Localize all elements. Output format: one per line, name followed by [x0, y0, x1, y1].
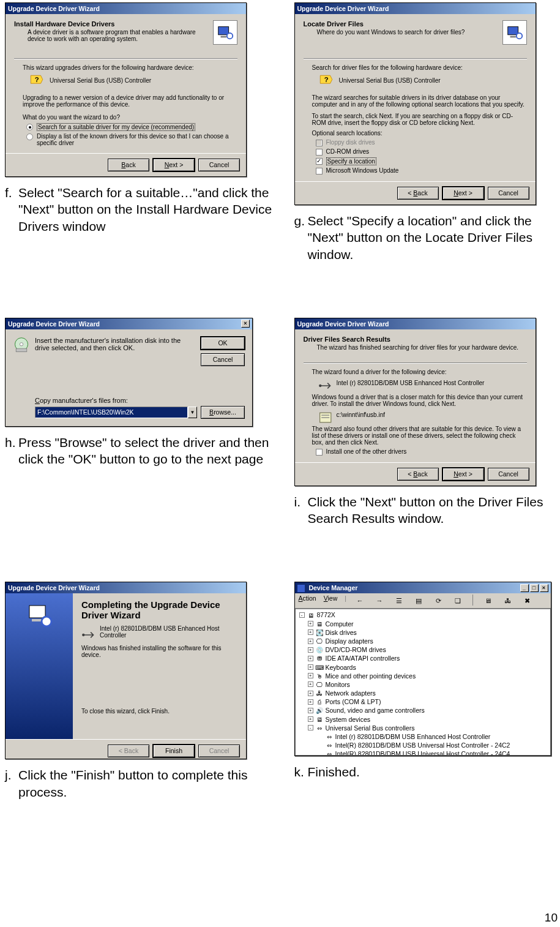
tree-item[interactable]: +🖵Monitors: [297, 680, 549, 689]
tree-item-usb[interactable]: -⇔Universal Serial Bus controllers: [297, 724, 549, 732]
text: Search for driver files for the followin…: [312, 64, 527, 71]
tree-item[interactable]: +🖧Network adapters: [297, 689, 549, 697]
toolbar-btn[interactable]: 🖥: [482, 595, 494, 607]
tree-item[interactable]: +⛃IDE ATA/ATAPI controllers: [297, 654, 549, 662]
back-button[interactable]: Back: [108, 159, 149, 171]
ok-button[interactable]: OK: [201, 337, 245, 350]
toolbar-refresh-icon[interactable]: ⟳: [432, 595, 444, 607]
next-button[interactable]: Next >: [442, 187, 484, 200]
device-tree[interactable]: -🖥8772X +🖥Computer +💽Disk drives +🖵Displ…: [295, 609, 551, 756]
tree-root[interactable]: -🖥8772X: [297, 610, 549, 619]
menu-view[interactable]: View: [324, 595, 338, 607]
window-title: Upgrade Device Driver Wizard: [8, 5, 100, 12]
toolbar-btn[interactable]: ▤: [413, 595, 425, 607]
svg-point-2: [227, 33, 233, 39]
close-icon[interactable]: ×: [241, 320, 250, 328]
toolbar-btn[interactable]: ❏: [452, 595, 464, 607]
device-name: Universal Serial Bus (USB) Controller: [50, 73, 151, 84]
tree-item[interactable]: +🖥Computer: [297, 620, 549, 628]
titlebar: Upgrade Device Driver Wizard: [6, 3, 246, 14]
svg-rect-10: [16, 348, 27, 351]
window-title: Upgrade Device Driver Wizard: [297, 320, 389, 328]
caption-k: k. Finished.: [294, 764, 561, 780]
svg-text:?: ?: [35, 76, 39, 83]
tree-item[interactable]: +💽Disk drives: [297, 628, 549, 637]
checkbox-icon: [316, 168, 323, 175]
device-name: Intel (r) 82801DB/DBM USB Enhanced Host …: [100, 625, 237, 639]
checkbox-floppy: Floppy disk drives: [316, 139, 527, 146]
device-name: Universal Serial Bus (USB) Controller: [339, 73, 441, 84]
cancel-button[interactable]: Cancel: [488, 187, 529, 200]
titlebar: Upgrade Device Driver Wizard: [295, 318, 536, 329]
checkbox-cdrom[interactable]: CD-ROM drives: [316, 148, 527, 156]
next-button[interactable]: Next >: [153, 159, 195, 171]
tree-item[interactable]: +🔊Sound, video and game controllers: [297, 706, 549, 715]
cancel-button[interactable]: Cancel: [201, 353, 245, 366]
text: This wizard upgrades drivers for the fol…: [23, 64, 237, 71]
titlebar: Upgrade Device Driver Wizard: [295, 3, 536, 14]
toolbar-btn[interactable]: ✖: [521, 595, 533, 607]
minimize-icon[interactable]: _: [520, 584, 529, 592]
subheading: The wizard has finished searching for dr…: [317, 344, 527, 351]
menubar: Action View | ← → ☰ ▤ ⟳ ❏ 🖥 🖧 ✖: [295, 593, 551, 609]
titlebar: Upgrade Device Driver Wizard: [6, 582, 246, 593]
titlebar: Device Manager _ □ ×: [295, 582, 551, 593]
tree-child[interactable]: ⇔Intel(R) 82801DB/DBM USB Universal Host…: [297, 749, 549, 756]
toolbar-btn[interactable]: 🖧: [501, 595, 513, 607]
next-button[interactable]: Next >: [442, 468, 484, 481]
heading: Install Hardware Device Drivers: [14, 20, 237, 28]
text: Windows has finished installing the soft…: [81, 645, 237, 658]
message: Insert the manufacturer's installation d…: [35, 337, 195, 351]
tree-child[interactable]: ⇔Intel (r) 82801DB/DBM USB Enhanced Host…: [297, 732, 549, 741]
tree-item[interactable]: +🖵Display adapters: [297, 637, 549, 645]
svg-rect-15: [29, 606, 45, 618]
toolbar-btn[interactable]: ☰: [393, 595, 405, 607]
checkbox-icon: [316, 140, 323, 146]
path-input[interactable]: F:\Common\INTEL\USB20\Win2K: [35, 407, 188, 418]
caption-f: f. Select "Search for a suitable…"and cl…: [5, 184, 276, 235]
cancel-button[interactable]: Cancel: [488, 468, 529, 481]
usb-icon: [81, 627, 95, 637]
checkbox-windows-update[interactable]: Microsoft Windows Update: [316, 167, 527, 175]
close-icon[interactable]: ×: [540, 584, 548, 592]
window-install-drivers: Upgrade Device Driver Wizard Install Har…: [5, 2, 247, 177]
tree-item[interactable]: +💿DVD/CD-ROM drives: [297, 645, 549, 654]
back-button[interactable]: < Back: [397, 468, 439, 481]
radio-icon: [26, 133, 33, 140]
heading: Driver Files Search Results: [304, 336, 527, 343]
checkbox-other-drivers[interactable]: Install one of the other drivers: [316, 448, 527, 456]
page-number: 10: [545, 911, 558, 925]
svg-point-6: [516, 33, 521, 39]
caption-g: g. Select "Specify a location" and click…: [294, 212, 561, 263]
tree-item[interactable]: +🖱Mice and other pointing devices: [297, 672, 549, 680]
tree-item[interactable]: +🖥System devices: [297, 715, 549, 724]
tree-item[interactable]: +⎙Ports (COM & LPT): [297, 697, 549, 706]
checkbox-icon: [316, 149, 323, 156]
radio-search-suitable[interactable]: Search for a suitable driver for my devi…: [26, 123, 237, 131]
toolbar-fwd-icon[interactable]: →: [373, 595, 386, 607]
label: Optional search locations:: [312, 130, 527, 137]
question-icon: ?: [318, 73, 334, 89]
back-button[interactable]: < Back: [397, 187, 439, 200]
inf-path: c:\winnt\inf\usb.inf: [337, 411, 385, 418]
toolbar-back-icon[interactable]: ←: [354, 595, 366, 607]
copy-from-label: Copy manufacturer's files from:: [35, 397, 245, 404]
menu-action[interactable]: Action: [299, 595, 316, 607]
window-browse-disk: Upgrade Device Driver Wizard × Insert th…: [5, 318, 253, 427]
window-locate-files: Upgrade Device Driver Wizard Locate Driv…: [294, 2, 536, 205]
wizard-icon: [502, 20, 527, 45]
text: Upgrading to a newer version of a device…: [23, 94, 237, 108]
maximize-icon[interactable]: □: [530, 584, 539, 592]
radio-icon: [26, 124, 33, 130]
subheading: A device driver is a software program th…: [28, 29, 237, 42]
checkbox-specify-location[interactable]: Specify a location: [316, 157, 527, 165]
text: The wizard found a driver for the follow…: [312, 369, 527, 375]
tree-child[interactable]: ⇔Intel(R) 82801DB/DBM USB Universal Host…: [297, 741, 549, 749]
dropdown-icon[interactable]: ▼: [188, 407, 197, 418]
finish-button[interactable]: Finish: [153, 745, 195, 757]
checkbox-icon: [316, 449, 323, 456]
radio-display-list[interactable]: Display a list of the known drivers for …: [26, 133, 237, 146]
browse-button[interactable]: Browse...: [201, 406, 245, 419]
tree-item[interactable]: +⌨Keyboards: [297, 663, 549, 672]
cancel-button[interactable]: Cancel: [198, 159, 240, 171]
